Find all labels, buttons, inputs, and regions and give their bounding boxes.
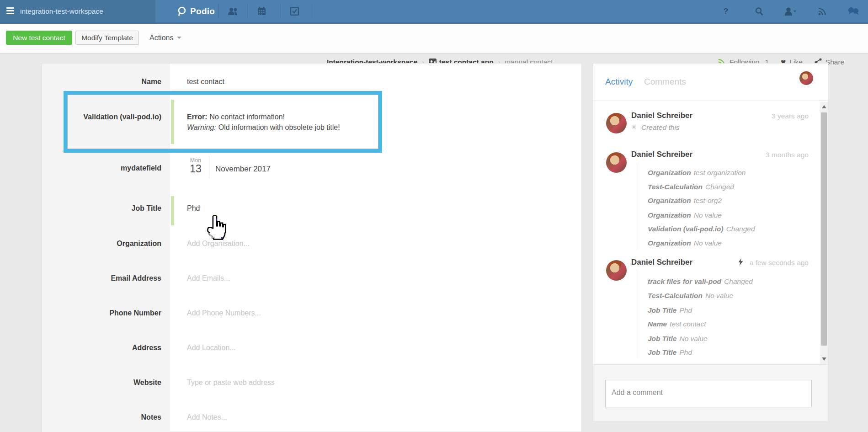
activity-author[interactable]: Daniel Schreiber xyxy=(631,150,692,159)
top-navigation-bar: integration-test-workspace Podio xyxy=(0,0,868,24)
field-value-validation-error[interactable]: Error:No contact information! xyxy=(187,113,285,121)
activity-change-line: Test-CalculationChanged xyxy=(648,183,734,191)
field-label-mydatefield: mydatefield xyxy=(42,164,161,172)
activity-change-line: Nametest contact xyxy=(648,320,706,328)
avatar[interactable] xyxy=(606,113,627,133)
field-placeholder-phone[interactable]: Add Phone Numbers... xyxy=(187,309,261,317)
field-label-job-title: Job Title xyxy=(42,204,161,213)
modify-template-button[interactable]: Modify Template xyxy=(75,31,139,45)
activity-change-line: Validation (vali-pod.io)Changed xyxy=(648,225,755,233)
date-month-year[interactable]: November 2017 xyxy=(215,165,271,174)
workspace-name[interactable]: integration-test-workspace xyxy=(20,0,103,22)
activity-change-line: track files for vali-podChanged xyxy=(648,277,753,286)
warning-text: Old information with obsolete job title! xyxy=(218,123,340,131)
podio-wordmark: Podio xyxy=(190,6,215,16)
actions-dropdown[interactable]: Actions xyxy=(149,31,181,45)
chevron-down-icon xyxy=(177,37,181,39)
field-label-address: Address xyxy=(42,344,161,352)
help-icon[interactable]: ? xyxy=(717,0,735,22)
field-label-name: Name xyxy=(42,78,161,86)
comment-input[interactable] xyxy=(605,380,812,407)
actions-label: Actions xyxy=(149,34,173,42)
scrollbar[interactable] xyxy=(820,102,828,364)
field-placeholder-organization[interactable]: Add Organisation... xyxy=(187,240,250,248)
activity-change-line: Job TitleNo value xyxy=(648,335,708,343)
hamburger-menu-icon[interactable] xyxy=(6,7,14,14)
activity-action: Created this xyxy=(641,123,680,132)
field-value-job-title[interactable]: Phd xyxy=(187,204,200,213)
divider xyxy=(637,161,637,249)
field-label-notes: Notes xyxy=(42,413,161,421)
tab-comments[interactable]: Comments xyxy=(644,77,686,87)
activity-author[interactable]: Daniel Schreiber xyxy=(631,258,692,267)
field-accent-bar xyxy=(171,100,174,144)
field-placeholder-email[interactable]: Add Emails... xyxy=(187,274,230,283)
field-value-validation-warning[interactable]: Warning:Old information with obsolete jo… xyxy=(187,123,340,132)
field-placeholder-notes[interactable]: Add Notes... xyxy=(187,413,227,421)
scrollbar-thumb[interactable] xyxy=(821,112,827,346)
avatar[interactable] xyxy=(606,260,627,281)
field-label-website: Website xyxy=(42,379,161,387)
sidebar-header: Activity Comments xyxy=(593,64,828,101)
activity-timestamp: 3 years ago xyxy=(772,112,809,120)
field-accent-bar xyxy=(171,196,174,225)
activity-timestamp: 3 months ago xyxy=(766,151,809,159)
divider xyxy=(637,270,637,358)
contacts-module-icon[interactable] xyxy=(218,0,247,22)
activity-change-line: Organizationtest-org2 xyxy=(648,197,722,205)
activity-timestamp: a few seconds ago xyxy=(750,259,809,267)
field-label-validation: Validation (vali-pod.io) xyxy=(42,113,161,121)
activity-change-line: Test-CalculationNo value xyxy=(648,292,733,300)
chat-icon[interactable] xyxy=(844,0,863,22)
podio-ring-icon xyxy=(177,6,187,17)
error-label: Error: xyxy=(187,113,207,121)
avatar[interactable] xyxy=(799,71,813,85)
podio-app-window: integration-test-workspace Podio xyxy=(0,0,868,432)
divider xyxy=(313,4,313,19)
divider xyxy=(209,156,209,179)
item-toolbar: New test contact Modify Template Actions… xyxy=(0,24,868,53)
activity-change-line: Organizationtest organization xyxy=(648,169,746,177)
error-text: No contact information! xyxy=(209,113,285,121)
account-menu-icon[interactable] xyxy=(781,0,799,22)
field-placeholder-website[interactable]: Type or paste web address xyxy=(187,379,275,387)
field-value-name[interactable]: test contact xyxy=(187,78,224,86)
activity-change-line: OrganizationNo value xyxy=(648,211,722,219)
field-placeholder-address[interactable]: Add Location... xyxy=(187,344,236,352)
activity-change-line: Job TitlePhd xyxy=(648,306,692,315)
comment-section xyxy=(593,365,828,421)
lightning-icon xyxy=(738,258,743,266)
contact-detail-panel: Name test contact Validation (vali-pod.i… xyxy=(42,63,582,432)
warning-label: Warning: xyxy=(187,123,216,131)
podio-logo[interactable]: Podio xyxy=(177,0,215,22)
new-test-contact-button[interactable]: New test contact xyxy=(6,31,72,45)
search-icon[interactable] xyxy=(750,0,768,22)
calendar-module-icon[interactable] xyxy=(247,0,276,22)
activity-author[interactable]: Daniel Schreiber xyxy=(631,111,692,120)
scroll-up-arrow[interactable] xyxy=(822,105,826,108)
activity-sidebar: Activity Comments Daniel Schreiber 3 yea… xyxy=(593,63,828,421)
field-label-email: Email Address xyxy=(42,274,161,283)
activity-list: Daniel Schreiber 3 years ago ✳ Created t… xyxy=(593,101,828,365)
activity-stream-icon[interactable] xyxy=(813,0,831,22)
tasks-module-icon[interactable] xyxy=(280,0,309,22)
activity-change-line: OrganizationNo value xyxy=(648,239,722,247)
tab-activity[interactable]: Activity xyxy=(605,77,633,87)
share-label: Share xyxy=(825,58,844,66)
activity-change-line: Job TitlePhd xyxy=(648,348,692,357)
created-icon: ✳ xyxy=(631,123,637,131)
avatar[interactable] xyxy=(606,152,627,173)
field-label-organization: Organization xyxy=(42,240,161,248)
date-day[interactable]: 13 xyxy=(186,163,205,175)
field-label-phone: Phone Number xyxy=(42,309,161,317)
scroll-down-arrow[interactable] xyxy=(822,357,826,361)
